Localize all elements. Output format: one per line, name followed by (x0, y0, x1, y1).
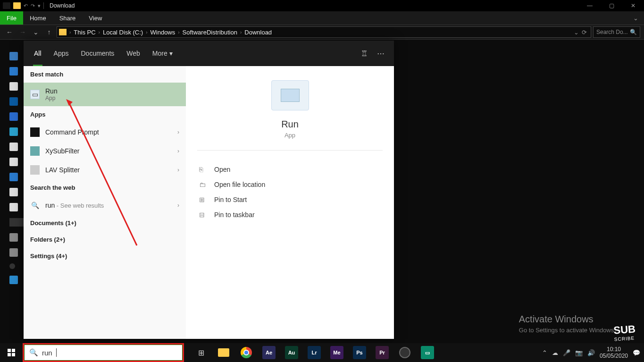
address-row: ← → ⌄ ↑ › This PC › Local Disk (C:) › Wi… (0, 25, 644, 40)
action-pin-to-taskbar[interactable]: ⊟Pin to taskbar (197, 207, 383, 222)
back-folder-icon[interactable] (3, 2, 10, 9)
quick-access-icon[interactable] (9, 52, 18, 60)
adobe-pr-button[interactable]: Pr (371, 343, 393, 362)
network-icon[interactable] (9, 276, 18, 284)
chrome-button[interactable] (235, 343, 258, 362)
onedrive-icon[interactable] (9, 97, 18, 106)
result-web-search[interactable]: 🔍 run - See web results › (24, 196, 186, 215)
folder-icon[interactable] (13, 2, 21, 9)
web-suffix: - See web results (55, 202, 104, 209)
section-folders[interactable]: Folders (2+) (24, 231, 186, 248)
result-title: Command Prompt (45, 128, 172, 136)
address-bar[interactable]: › This PC › Local Disk (C:) › Windows › … (57, 26, 591, 38)
tab-all[interactable]: All (33, 41, 42, 66)
action-pin-to-start[interactable]: ⊞Pin to Start (197, 192, 383, 207)
tab-view[interactable]: View (82, 11, 109, 25)
downloads-icon[interactable] (9, 67, 18, 76)
tab-apps[interactable]: Apps (53, 41, 70, 66)
more-options-icon[interactable]: ⋯ (377, 49, 385, 58)
cloud-icon[interactable]: ☁ (552, 349, 558, 356)
breadcrumb[interactable]: Local Disk (C:) (101, 29, 145, 36)
notifications-icon[interactable]: 💬 (633, 349, 640, 356)
subscribe-small: SCRIBE (614, 335, 635, 342)
documents-icon[interactable] (9, 82, 18, 91)
downloads-icon[interactable] (9, 173, 18, 181)
explorer-search-input[interactable]: Search Do... 🔍 (593, 26, 640, 38)
nav-back-button[interactable]: ← (4, 28, 15, 36)
search-filter-tabs: All Apps Documents Web More ▾ ♖ ⋯ (24, 41, 394, 66)
volume-icon[interactable]: 🔊 (587, 349, 595, 356)
action-open-file-location[interactable]: 🗀Open file location (197, 177, 383, 192)
3d-objects-icon[interactable] (9, 127, 18, 136)
chevron-right-icon: › (145, 30, 148, 35)
refresh-icon[interactable]: ⟳ (582, 29, 587, 36)
adobe-au-button[interactable]: Au (280, 343, 303, 362)
nav-forward-button[interactable]: → (17, 28, 28, 36)
disc-icon[interactable] (9, 263, 15, 269)
chevron-right-icon: › (177, 202, 179, 209)
undo-icon[interactable]: ↶ (24, 3, 28, 9)
breadcrumb[interactable]: This PC (72, 29, 97, 36)
breadcrumb[interactable]: Windows (149, 29, 177, 36)
mic-icon[interactable]: 🎤 (563, 349, 570, 356)
feedback-icon[interactable]: ♖ (361, 49, 368, 58)
this-pc-icon[interactable] (9, 112, 18, 121)
documents-icon[interactable] (9, 158, 18, 166)
tab-web[interactable]: Web (125, 41, 141, 66)
ribbon-tabs: File Home Share View ⌄ (0, 11, 644, 25)
adobe-ae-button[interactable]: Ae (258, 343, 280, 362)
music-icon[interactable] (9, 188, 18, 196)
pin-icon: ⊟ (199, 211, 208, 219)
task-view-button[interactable]: ⊞ (190, 343, 212, 362)
redo-icon[interactable]: ↷ (31, 3, 35, 9)
pictures-icon[interactable] (9, 203, 18, 211)
nav-up-button[interactable]: ↑ (43, 28, 55, 36)
clock[interactable]: 10:10 05/05/2020 (600, 346, 628, 360)
result-command-prompt[interactable]: Command Prompt › (24, 123, 186, 142)
action-open[interactable]: ⎘Open (197, 162, 383, 177)
divider (197, 150, 383, 151)
drive-icon[interactable] (9, 233, 18, 242)
taskbar-search-input[interactable]: 🔍 run (24, 345, 183, 361)
obs-button[interactable] (393, 343, 416, 362)
adobe-me-button[interactable]: Me (326, 343, 348, 362)
adobe-lr-button[interactable]: Lr (303, 343, 326, 362)
breadcrumb[interactable]: Download (243, 29, 274, 36)
result-subtitle: App (45, 95, 179, 101)
desktop-icon[interactable] (9, 143, 18, 151)
result-lav-splitter[interactable]: LAV Splitter › (24, 160, 186, 179)
breadcrumb[interactable]: SoftwareDistribution (181, 29, 239, 36)
section-settings[interactable]: Settings (4+) (24, 248, 186, 264)
tab-home[interactable]: Home (23, 11, 53, 25)
selected-drive-row[interactable] (9, 218, 24, 227)
tray-chevron-up-icon[interactable]: ⌃ (542, 349, 547, 356)
maximize-button[interactable]: ▢ (601, 0, 622, 11)
nav-recent-icon[interactable]: ⌄ (30, 28, 42, 36)
section-documents[interactable]: Documents (1+) (24, 215, 186, 231)
result-run-app[interactable]: ▭ Run App (24, 83, 186, 106)
start-button[interactable] (0, 343, 23, 362)
drive-icon[interactable] (9, 248, 18, 257)
camera-icon[interactable]: 📷 (575, 349, 583, 356)
chevron-right-icon: › (177, 148, 179, 154)
file-explorer-button[interactable] (212, 343, 235, 362)
result-xysubfilter[interactable]: XySubFilter › (24, 142, 186, 160)
watermark-line1: Activate Windows (519, 314, 616, 325)
action-label: Open file location (214, 181, 265, 188)
dropdown-icon[interactable]: ⌄ (574, 29, 579, 36)
tab-share[interactable]: Share (53, 11, 83, 25)
tab-file[interactable]: File (0, 11, 23, 25)
app-icon (30, 165, 40, 175)
minimize-button[interactable]: — (579, 0, 601, 11)
ribbon-expand-icon[interactable]: ⌄ (627, 15, 644, 22)
tab-more[interactable]: More ▾ (151, 41, 174, 66)
tab-documents[interactable]: Documents (80, 41, 115, 66)
dropdown-icon[interactable]: ▾ (38, 3, 41, 9)
search-icon: 🔍 (29, 348, 38, 357)
app-icon (30, 146, 40, 156)
close-button[interactable]: ✕ (622, 0, 644, 11)
search-results-list: Best match ▭ Run App Apps Command Prompt… (24, 66, 186, 339)
adobe-ps-button[interactable]: Ps (348, 343, 371, 362)
app-button[interactable]: ▭ (416, 343, 439, 362)
window-title: Download (50, 2, 75, 9)
